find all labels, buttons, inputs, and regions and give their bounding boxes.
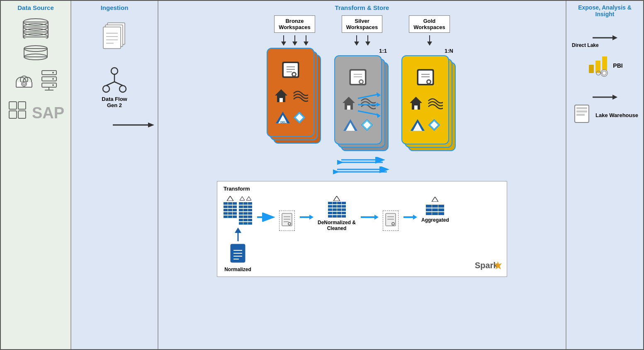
arrow-to-denorm [256, 213, 275, 222]
svg-point-42 [111, 68, 118, 74]
sap-label: SAP [32, 104, 64, 122]
warehouse-arrow-row [593, 93, 617, 101]
fork-icon [100, 66, 129, 95]
svg-point-44 [119, 86, 126, 92]
server-icon [40, 69, 58, 93]
svg-point-28 [52, 72, 54, 73]
aggregated-label: Aggregated [421, 217, 449, 223]
aggregated-section: Aggregated [421, 196, 449, 223]
svg-rect-65 [279, 98, 283, 102]
svg-rect-162 [576, 110, 587, 113]
ingestion-arrow-area: Data FlowGen 2 [75, 66, 154, 108]
transform-bottom-box: Transform [217, 181, 507, 277]
database-icon-top [17, 18, 54, 39]
svg-marker-111 [377, 92, 381, 97]
workspaces-row: BronzeWorkspaces [267, 15, 457, 175]
svg-point-30 [52, 84, 54, 86]
svg-point-143 [392, 223, 394, 225]
norm-data-tables [224, 196, 252, 225]
direct-lake-label: Direct Lake [570, 42, 640, 48]
lake-warehouse-row: Lake Warehouse [571, 103, 638, 127]
svg-marker-63 [275, 89, 287, 95]
pipeline-notebook-2 [383, 210, 399, 231]
bronze-card-front: DELTA LAKE [267, 48, 314, 137]
svg-marker-136 [333, 196, 340, 201]
svg-marker-55 [304, 42, 309, 46]
svg-marker-120 [235, 228, 241, 233]
pbi-label: PBI [613, 62, 622, 69]
svg-rect-23 [42, 71, 56, 75]
svg-marker-117 [240, 197, 245, 201]
svg-marker-138 [374, 215, 379, 220]
bronze-down-arrows [281, 35, 309, 46]
svg-marker-118 [246, 197, 251, 201]
bronze-house-icons [273, 87, 308, 103]
transform-store-title: Transform & Store [335, 4, 389, 11]
direct-lake-row [593, 34, 617, 42]
svg-rect-25 [42, 83, 56, 87]
database-icon-flat [20, 45, 51, 62]
svg-marker-51 [281, 42, 286, 46]
transform-flow: Normalized [224, 196, 501, 272]
svg-line-46 [106, 82, 114, 86]
svg-rect-161 [576, 107, 587, 109]
arrow-after-pipeline-1 [299, 213, 313, 222]
ingestion-column: Ingestion [71, 1, 158, 349]
spark-logo: Spark [475, 259, 502, 273]
blue-bidirectional-arrows [337, 157, 387, 165]
svg-marker-146 [432, 197, 438, 202]
arrow-after-pipeline-2 [403, 213, 417, 222]
gold-delta-icons [410, 118, 441, 132]
silver-down-arrows [354, 35, 370, 46]
documents-icon [101, 21, 128, 54]
svg-line-110 [358, 94, 379, 98]
gold-card-stack [401, 55, 457, 155]
svg-marker-96 [427, 42, 432, 46]
normalized-label: Normalized [224, 267, 251, 272]
svg-marker-116 [227, 196, 233, 201]
gold-workspace-label: GoldWorkspaces [409, 15, 450, 33]
data-source-title: Data Source [17, 4, 54, 11]
right-arrow-wrapper [75, 121, 154, 129]
lake-warehouse-label: Lake Warehouse [595, 112, 638, 118]
gold-workspace-group: GoldWorkspaces 1:N [401, 15, 457, 155]
blue-fan-arrows [356, 90, 381, 125]
arrow-to-agg [360, 213, 379, 222]
svg-point-81 [360, 81, 362, 83]
ratio-1-1: 1:1 [333, 48, 391, 54]
denorm-section: DeNormalized &Cleaned [318, 196, 356, 231]
svg-point-29 [52, 78, 54, 80]
main-diagram: Data Source [0, 0, 644, 350]
norm-table-right [239, 196, 252, 225]
svg-rect-31 [9, 102, 17, 109]
bronze-workspace-label: BronzeWorkspaces [274, 15, 315, 33]
lake-warehouse-icon [571, 103, 592, 127]
norm-table-left [224, 196, 237, 225]
svg-rect-33 [9, 111, 17, 118]
svg-rect-37 [103, 27, 121, 49]
svg-text:Spark: Spark [475, 261, 498, 270]
bronze-card-stack: DELTA LAKE [267, 48, 323, 147]
svg-rect-34 [18, 111, 26, 118]
svg-point-43 [103, 86, 109, 92]
grid-icon [7, 100, 28, 122]
transform-box-title: Transform [224, 186, 501, 192]
cloud-icon [13, 71, 36, 91]
svg-marker-115 [377, 113, 381, 118]
transform-store-column: Transform & Store BronzeWorkspaces [158, 1, 566, 349]
gold-house-icons [408, 95, 443, 110]
bronze-workspace-group: BronzeWorkspaces [267, 15, 323, 147]
svg-marker-82 [343, 97, 355, 103]
svg-marker-103 [410, 97, 422, 103]
silver-workspace-label: SilverWorkspaces [342, 15, 382, 33]
normalized-section: Normalized [224, 196, 252, 272]
svg-point-133 [289, 223, 290, 225]
grid-sap-row: SAP [7, 100, 64, 122]
pipeline-notebook-1 [279, 210, 295, 231]
ratio-1-n: 1:N [401, 48, 457, 54]
svg-marker-145 [413, 215, 417, 220]
ingestion-title: Ingestion [101, 4, 129, 11]
denorm-label: DeNormalized &Cleaned [318, 220, 356, 231]
svg-point-102 [428, 81, 430, 83]
svg-rect-32 [18, 102, 26, 109]
